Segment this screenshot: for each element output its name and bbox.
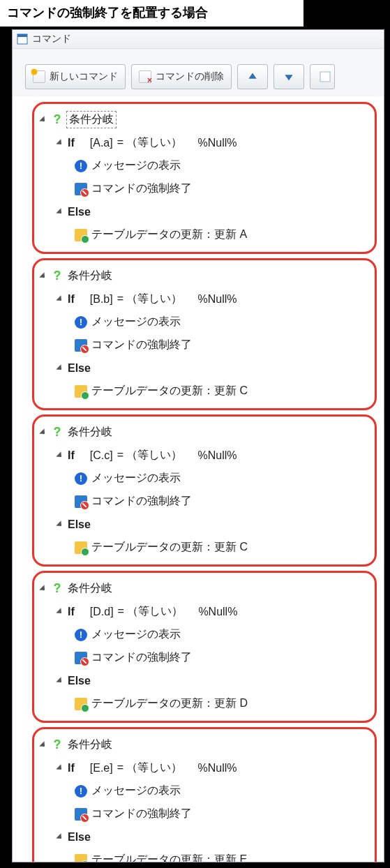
move-down-button[interactable]: [273, 64, 304, 89]
force-stop-node[interactable]: コマンドの強制終了: [41, 334, 368, 357]
expander-icon: [39, 272, 47, 280]
table-update-icon: [75, 385, 87, 398]
message-node[interactable]: !メッセージの表示: [41, 779, 368, 802]
message-node[interactable]: !メッセージの表示: [41, 467, 368, 490]
update-node[interactable]: テーブルデータの更新：更新 A: [41, 223, 368, 246]
if-value: %Null%: [197, 137, 237, 149]
message-node[interactable]: !メッセージの表示: [41, 310, 368, 334]
message-node[interactable]: !メッセージの表示: [41, 154, 368, 177]
question-icon: ?: [51, 114, 63, 126]
if-node[interactable]: If[B.b] = （等しい）%Null%: [41, 287, 368, 310]
toolbar: 新しいコマンド コマンドの削除: [25, 64, 371, 89]
else-node[interactable]: Else: [41, 669, 368, 692]
branch-node[interactable]: ?条件分岐: [41, 108, 368, 131]
page-caption: コマンドの強制終了を配置する場合: [0, 0, 303, 27]
delete-command-label: コマンドの削除: [156, 70, 224, 83]
if-operator: = （等しい）: [117, 448, 183, 463]
new-command-button[interactable]: 新しいコマンド: [25, 64, 126, 89]
message-label: メッセージの表示: [91, 471, 181, 486]
table-update-icon: [75, 854, 87, 862]
branch-node[interactable]: ?条件分岐: [41, 733, 368, 756]
if-keyword: If: [68, 137, 75, 149]
stop-icon: [75, 183, 87, 195]
message-node[interactable]: !メッセージの表示: [41, 623, 368, 646]
update-label: テーブルデータの更新：更新 A: [91, 227, 247, 242]
force-stop-node[interactable]: コマンドの強制終了: [41, 646, 368, 669]
branch-node[interactable]: ?条件分岐: [41, 577, 368, 600]
if-node[interactable]: If[C.c] = （等しい）%Null%: [41, 444, 368, 467]
update-node[interactable]: テーブルデータの更新：更新 C: [41, 536, 368, 559]
arrow-down-icon: [283, 70, 295, 83]
delete-command-icon: [139, 70, 151, 83]
window-title: コマンド: [32, 33, 71, 45]
toolbar-overflow-button[interactable]: [310, 64, 335, 89]
branch-node[interactable]: ?条件分岐: [41, 264, 368, 287]
if-keyword: If: [68, 762, 75, 775]
branch-label: 条件分岐: [68, 112, 115, 127]
branch-node[interactable]: ?条件分岐: [41, 421, 368, 444]
update-node[interactable]: テーブルデータの更新：更新 C: [41, 380, 368, 403]
if-field: [A.a]: [90, 137, 113, 149]
move-up-button[interactable]: [237, 64, 268, 89]
else-keyword: Else: [68, 675, 91, 687]
update-node[interactable]: テーブルデータの更新：更新 E: [41, 848, 368, 862]
stop-icon: [75, 339, 87, 352]
else-node[interactable]: Else: [41, 200, 368, 223]
message-label: メッセージの表示: [91, 784, 181, 798]
if-node[interactable]: If[A.a] = （等しい）%Null%: [41, 131, 368, 154]
force-stop-label: コマンドの強制終了: [91, 494, 192, 509]
force-stop-node[interactable]: コマンドの強制終了: [41, 490, 368, 513]
branch-label: 条件分岐: [68, 269, 112, 283]
info-icon: !: [75, 316, 87, 329]
else-node[interactable]: Else: [41, 513, 368, 536]
else-keyword: Else: [68, 362, 91, 375]
else-keyword: Else: [68, 831, 91, 844]
if-field: [C.c]: [90, 449, 113, 462]
update-node[interactable]: テーブルデータの更新：更新 D: [41, 692, 368, 715]
force-stop-node[interactable]: コマンドの強制終了: [41, 802, 368, 825]
branch-label: 条件分岐: [68, 738, 112, 752]
delete-command-button[interactable]: コマンドの削除: [131, 64, 232, 89]
stop-icon: [75, 495, 87, 508]
branch-group: ?条件分岐If[C.c] = （等しい）%Null%!メッセージの表示コマンドの…: [32, 414, 377, 567]
question-icon: ?: [51, 270, 63, 283]
expander-icon: [56, 521, 63, 528]
else-node[interactable]: Else: [41, 357, 368, 380]
branch-group: ?条件分岐If[A.a] = （等しい）%Null%!メッセージの表示コマンドの…: [32, 102, 377, 254]
expander-icon: [56, 208, 63, 216]
info-icon: !: [75, 785, 87, 798]
force-stop-node[interactable]: コマンドの強制終了: [41, 177, 368, 200]
table-update-icon: [75, 229, 87, 241]
branch-group: ?条件分岐If[E.e] = （等しい）%Null%!メッセージの表示コマンドの…: [32, 727, 377, 862]
update-label: テーブルデータの更新：更新 C: [91, 540, 248, 555]
force-stop-label: コマンドの強制終了: [91, 181, 192, 196]
question-icon: ?: [51, 739, 63, 751]
svg-rect-1: [17, 34, 27, 37]
if-node[interactable]: If[D.d] = （等しい）%Null%: [41, 600, 368, 623]
expander-icon: [56, 677, 63, 684]
expander-icon: [39, 741, 47, 749]
message-label: メッセージの表示: [91, 627, 181, 642]
update-label: テーブルデータの更新：更新 C: [91, 384, 248, 398]
expander-icon: [56, 833, 63, 841]
toolbar-area: 新しいコマンド コマンドの削除: [13, 49, 384, 96]
table-update-icon: [75, 541, 87, 554]
window-titlebar: コマンド: [13, 30, 384, 49]
if-node[interactable]: If[E.e] = （等しい）%Null%: [41, 756, 368, 779]
expander-icon: [56, 364, 63, 372]
expander-icon: [56, 295, 63, 303]
command-window: コマンド 新しいコマンド コマンドの削除: [12, 29, 384, 862]
command-tree[interactable]: ?条件分岐If[A.a] = （等しい）%Null%!メッセージの表示コマンドの…: [13, 96, 384, 862]
if-keyword: If: [68, 606, 75, 618]
if-keyword: If: [68, 449, 75, 462]
else-node[interactable]: Else: [41, 825, 368, 848]
if-value: %Null%: [197, 762, 237, 775]
branch-group: ?条件分岐If[D.d] = （等しい）%Null%!メッセージの表示コマンドの…: [32, 571, 377, 723]
expander-icon: [56, 139, 63, 147]
if-field: [E.e]: [90, 762, 113, 775]
question-icon: ?: [51, 583, 63, 595]
if-operator: = （等しい）: [117, 135, 183, 150]
update-label: テーブルデータの更新：更新 D: [91, 696, 248, 711]
message-label: メッセージの表示: [91, 315, 181, 329]
if-field: [B.b]: [90, 293, 113, 306]
